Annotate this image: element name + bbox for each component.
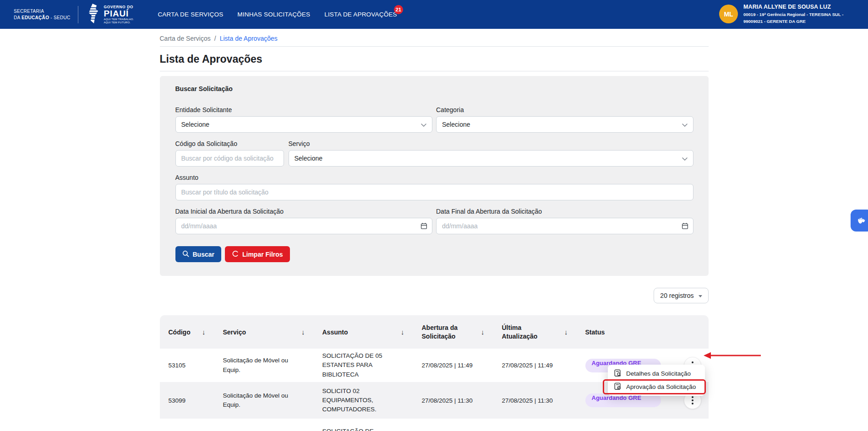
data-final-label: Data Final da Abertura da Solicitação	[436, 208, 693, 215]
sort-icon: ↓	[481, 328, 485, 336]
cell-assunto: SOLICITO 02 EQUIPAMENTOS, COMPUTADORES.	[322, 387, 406, 415]
logo-tagline-2: AQUI TEM FUTURO.	[104, 21, 134, 24]
nav-carta-de-servicos[interactable]: CARTA DE SERVIÇOS	[158, 8, 223, 21]
org-title: SECRETARIA DA EDUCAÇÃO - SEDUC	[14, 8, 71, 21]
column-header-codigo[interactable]: Código ↓	[169, 328, 223, 336]
cell-atualizacao: 27/08/2025 | 11:30	[502, 397, 585, 404]
approvals-count-badge: 21	[394, 5, 403, 14]
cell-codigo: 53099	[169, 397, 223, 404]
codigo-input[interactable]	[175, 150, 284, 167]
nav-lista-de-aprovacoes[interactable]: LISTA DE APROVAÇÕES 21	[324, 8, 397, 21]
assunto-label: Assunto	[175, 174, 693, 181]
column-header-servico[interactable]: Serviço ↓	[223, 328, 322, 336]
cell-servico: Solicitação de Móvel ou Equip.	[223, 356, 302, 375]
cell-assunto: SOLICITAÇÃO DE 05 ESTANTES PARA BIBLIOTE…	[322, 351, 406, 379]
kebab-icon	[692, 396, 693, 404]
calendar-icon[interactable]	[682, 223, 688, 230]
entidade-select[interactable]: Selecione	[175, 116, 433, 133]
sign-language-hands-icon	[856, 214, 868, 227]
main-nav: CARTA DE SERVIÇOS MINHAS SOLICITAÇÕES LI…	[158, 8, 397, 21]
data-final-input[interactable]	[436, 218, 693, 234]
logo-piaui: PIAUÍ	[104, 9, 134, 18]
search-icon	[182, 250, 189, 259]
chevron-down-icon	[682, 155, 688, 162]
search-panel-title: Buscar Solicitação	[175, 85, 693, 92]
entidade-label: Entidade Solicitante	[175, 106, 433, 113]
avatar: ML	[719, 5, 738, 23]
sort-icon: ↓	[301, 328, 305, 336]
data-inicial-input[interactable]	[175, 218, 433, 234]
column-header-assunto[interactable]: Assunto ↓	[322, 328, 422, 336]
table-header-row: Código ↓ Serviço ↓ Assunto ↓ Abertura da…	[160, 315, 709, 349]
user-name: MARIA ALLYNE DE SOUSA LUZ	[743, 4, 848, 10]
chevron-down-icon	[682, 121, 688, 128]
logo-tagline-1: AQUI TEM TRABALHO.	[104, 18, 134, 21]
page: SECRETARIA DA EDUCAÇÃO - SEDUC GOVERNO D…	[0, 0, 868, 431]
cell-codigo: 53105	[169, 362, 223, 369]
servico-select[interactable]: Selecione	[289, 150, 693, 167]
column-header-atualizacao[interactable]: Última Atualização ↓	[502, 323, 585, 341]
cell-atualizacao: 27/08/2025 | 11:49	[502, 362, 585, 369]
breadcrumb: Carta de Serviços / Lista de Aprovações	[160, 29, 709, 42]
menu-item-aprovacao[interactable]: Aprovação da Solicitação	[608, 380, 705, 393]
sort-icon: ↓	[202, 328, 206, 336]
page-size-dropdown[interactable]: 20 registros	[654, 288, 708, 303]
breadcrumb-carta-de-servicos[interactable]: Carta de Serviços	[160, 35, 211, 42]
categoria-label: Categoria	[436, 106, 693, 113]
assunto-input[interactable]	[175, 184, 693, 200]
sort-icon: ↓	[401, 328, 404, 336]
header-divider	[78, 6, 78, 23]
document-approve-icon	[614, 383, 622, 392]
annotation-arrow-icon	[704, 351, 761, 361]
cell-servico: Solicitação de Móvel ou Equip.	[223, 391, 302, 410]
document-search-icon	[614, 369, 622, 378]
divider	[160, 46, 709, 47]
breadcrumb-lista-de-aprovacoes[interactable]: Lista de Aprovações	[220, 35, 278, 42]
table-row: SOLICITAÇÃO DE	[160, 419, 709, 431]
chevron-down-icon	[421, 121, 426, 128]
cell-abertura: 27/08/2025 | 11:30	[422, 397, 502, 404]
divider	[160, 71, 709, 71]
refresh-icon	[232, 250, 239, 259]
governo-piaui-logo: GOVERNO DO PIAUÍ AQUI TEM TRABALHO. AQUI…	[85, 3, 134, 26]
sort-icon: ↓	[564, 328, 568, 336]
caret-down-icon	[699, 295, 702, 297]
row-actions-menu: Detalhes da Solicitação Aprovação da Sol…	[608, 365, 705, 396]
column-header-status: Status	[585, 329, 677, 336]
nav-minhas-solicitacoes[interactable]: MINHAS SOLICITAÇÕES	[237, 8, 310, 21]
cell-abertura: 27/08/2025 | 11:49	[422, 362, 502, 369]
cell-assunto: SOLICITAÇÃO DE	[322, 427, 374, 431]
buscar-button[interactable]: Buscar	[175, 246, 221, 262]
codigo-label: Código da Solicitação	[175, 140, 284, 147]
servico-label: Serviço	[289, 140, 693, 147]
org-line1: SECRETARIA	[14, 9, 44, 14]
search-panel: Buscar Solicitação Entidade Solicitante …	[160, 76, 709, 276]
user-menu[interactable]: ML MARIA ALLYNE DE SOUSA LUZ 00019 - 19ª…	[719, 4, 848, 25]
calendar-icon[interactable]	[420, 223, 427, 230]
piaui-map-icon	[85, 3, 100, 26]
vlibras-accessibility-button[interactable]	[851, 210, 868, 232]
user-details: 00019 - 19ª Gerência Regional - TERESINA…	[743, 11, 848, 25]
data-inicial-label: Data Inicial da Abertura da Solicitação	[175, 208, 433, 215]
menu-item-detalhes[interactable]: Detalhes da Solicitação	[608, 367, 705, 380]
column-header-abertura[interactable]: Abertura da Solicitação ↓	[422, 323, 502, 341]
breadcrumb-separator: /	[214, 35, 216, 42]
page-title: Lista de Aprovações	[160, 53, 709, 65]
limpar-filtros-button[interactable]: Limpar Filros	[225, 246, 290, 262]
app-header: SECRETARIA DA EDUCAÇÃO - SEDUC GOVERNO D…	[0, 0, 868, 29]
categoria-select[interactable]: Selecione	[436, 116, 693, 133]
